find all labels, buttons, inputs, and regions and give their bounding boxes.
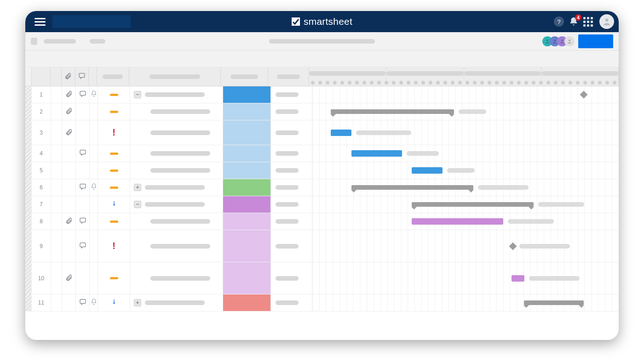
row-flag[interactable] [51,86,62,103]
attachment-cell[interactable] [62,262,76,294]
task-cell[interactable] [130,262,223,294]
row-handle[interactable] [25,213,32,230]
attachment-cell[interactable] [62,162,76,179]
row-handle[interactable] [25,196,32,213]
status-cell[interactable] [98,294,130,311]
column-attachments[interactable] [62,67,75,86]
color-cell[interactable] [223,230,271,262]
task-cell[interactable] [130,145,223,162]
comment-cell[interactable] [76,294,90,311]
attachment-cell[interactable] [62,120,76,145]
attachment-cell[interactable] [62,86,76,103]
comment-cell[interactable] [76,162,90,179]
gantt-summary-bar[interactable] [351,185,473,190]
color-cell[interactable] [223,294,271,311]
toolbar-item[interactable] [44,39,76,44]
gantt-cell[interactable] [312,294,619,311]
reminder-cell[interactable] [90,179,98,196]
gantt-cell[interactable] [312,103,619,120]
toolbar-item[interactable] [31,38,37,45]
reminder-cell[interactable] [90,213,98,230]
column-assignee[interactable] [268,67,309,86]
share-button[interactable] [578,34,613,48]
row-handle[interactable] [25,262,32,294]
reminder-cell[interactable] [90,120,98,145]
toolbar-item[interactable] [90,39,105,44]
user-avatar[interactable] [599,14,614,29]
gantt-cell[interactable] [312,162,619,179]
color-cell[interactable] [223,213,271,230]
assignee-cell[interactable] [271,262,312,294]
row-flag[interactable] [51,120,62,145]
grid-row[interactable]: 4 [25,145,619,162]
column-color[interactable] [221,67,268,86]
attachment-cell[interactable] [62,294,76,311]
collaborators[interactable] [545,36,575,46]
gantt-task-bar[interactable] [512,275,524,282]
gantt-cell[interactable] [312,262,619,294]
reminder-cell[interactable] [90,103,98,120]
gantt-cell[interactable] [312,120,619,145]
task-cell[interactable] [130,213,223,230]
row-handle[interactable] [25,179,32,196]
grid-row[interactable]: 10 [25,262,619,294]
task-cell[interactable] [130,120,223,145]
assignee-cell[interactable] [271,145,312,162]
color-cell[interactable] [223,86,271,103]
collapse-icon[interactable]: − [134,201,141,208]
gantt-task-bar[interactable] [412,218,503,225]
comment-cell[interactable] [76,230,90,262]
task-cell[interactable]: + [130,179,223,196]
status-cell[interactable] [98,86,130,103]
assignee-cell[interactable] [271,86,312,103]
column-task[interactable] [129,67,221,86]
row-handle[interactable] [25,230,32,262]
comment-cell[interactable] [76,213,90,230]
grid-row[interactable]: 5 [25,162,619,179]
attachment-cell[interactable] [62,213,76,230]
assignee-cell[interactable] [271,103,312,120]
status-cell[interactable] [98,213,130,230]
assignee-cell[interactable] [271,162,312,179]
row-flag[interactable] [51,103,62,120]
grid-row[interactable]: 1− [25,86,619,103]
apps-icon[interactable] [583,17,593,27]
row-flag[interactable] [51,145,62,162]
gantt-cell[interactable] [312,213,619,230]
column-status[interactable] [97,67,129,86]
row-handle[interactable] [25,120,32,145]
assignee-cell[interactable] [271,230,312,262]
comment-cell[interactable] [76,120,90,145]
color-cell[interactable] [223,196,271,213]
comment-cell[interactable] [76,103,90,120]
task-cell[interactable]: − [130,196,223,213]
row-flag[interactable] [51,230,62,262]
column-comments[interactable] [75,67,89,86]
assignee-cell[interactable] [271,196,312,213]
grid-row[interactable]: 11+ [25,294,619,311]
gantt-task-bar[interactable] [412,167,443,174]
status-cell[interactable] [98,179,130,196]
attachment-cell[interactable] [62,145,76,162]
reminder-cell[interactable] [90,262,98,294]
attachment-cell[interactable] [62,230,76,262]
gantt-summary-bar[interactable] [524,300,584,305]
status-cell[interactable]: ! [98,120,130,145]
comment-cell[interactable] [76,196,90,213]
reminder-cell[interactable] [90,294,98,311]
row-flag[interactable] [51,294,62,311]
search-input[interactable] [52,15,131,28]
row-flag[interactable] [51,262,62,294]
color-cell[interactable] [223,120,271,145]
comment-cell[interactable] [76,86,90,103]
row-flag[interactable] [51,213,62,230]
attachment-cell[interactable] [62,196,76,213]
task-cell[interactable]: + [130,294,223,311]
assignee-cell[interactable] [271,294,312,311]
row-handle[interactable] [25,103,32,120]
gantt-cell[interactable] [312,86,619,103]
status-cell[interactable] [98,162,130,179]
attachment-cell[interactable] [62,103,76,120]
reminder-cell[interactable] [90,162,98,179]
row-flag[interactable] [51,162,62,179]
